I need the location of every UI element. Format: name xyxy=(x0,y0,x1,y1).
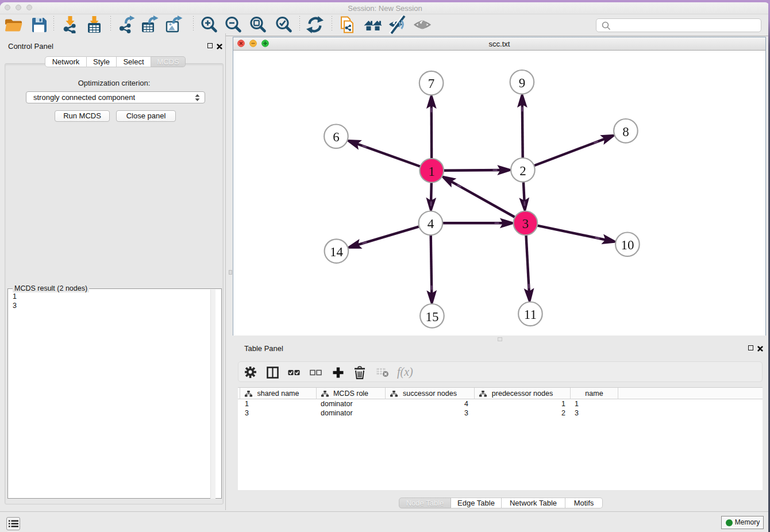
svg-text:4: 4 xyxy=(428,217,434,231)
svg-text:2: 2 xyxy=(519,164,526,178)
svg-text:9: 9 xyxy=(519,76,526,90)
svg-text:1: 1 xyxy=(428,164,435,179)
svg-text:14: 14 xyxy=(330,245,344,259)
svg-text:7: 7 xyxy=(428,77,435,91)
svg-text:11: 11 xyxy=(524,307,537,322)
svg-text:15: 15 xyxy=(425,310,438,324)
svg-text:10: 10 xyxy=(621,238,634,252)
svg-text:3: 3 xyxy=(522,217,529,231)
svg-text:8: 8 xyxy=(622,125,629,139)
svg-text:6: 6 xyxy=(333,130,340,144)
